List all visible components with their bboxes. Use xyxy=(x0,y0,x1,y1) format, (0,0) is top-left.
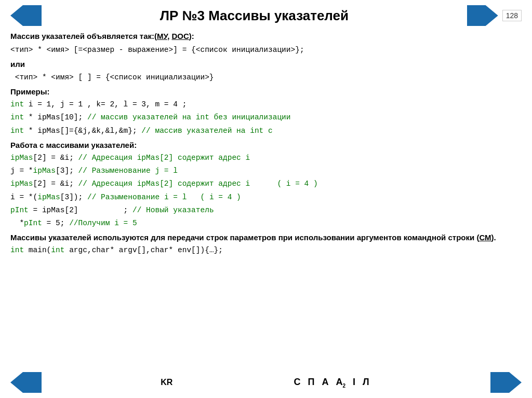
top-bar: ЛР №3 Массивы указателей 128 xyxy=(10,5,522,26)
bottom-bar: KR С П А А2 І Л xyxy=(0,372,532,393)
page-number: 128 xyxy=(502,10,522,21)
code-line-3: int * ipMas[]={&j,&k,&l,&m}; // массив у… xyxy=(10,125,522,137)
code-line-2: int * ipMas[10]; // массив указателей на… xyxy=(10,112,522,123)
intro-bold: Массив указателей объявляется так:(МУ, D… xyxy=(10,30,522,42)
work-line-6: *pInt = 5; //Получим i = 5 xyxy=(10,217,522,229)
footer-nav-a1[interactable]: А xyxy=(322,377,329,389)
footer-nav-i[interactable]: І xyxy=(353,377,355,389)
footer-nav-l[interactable]: Л xyxy=(363,377,369,389)
code-line-1: int i = 1, j = 1 , k= 2, l = 3, m = 4 ; xyxy=(10,99,522,111)
footer-kr: KR xyxy=(161,378,172,387)
or-line: или xyxy=(10,58,522,70)
footer-nav-a2[interactable]: А2 xyxy=(336,377,346,389)
page-title: ЛР №3 Массивы указателей xyxy=(42,8,467,24)
page-container: ЛР №3 Массивы указателей 128 Массив указ… xyxy=(0,0,532,398)
code-main: int main(int argc,char* argv[],char* env… xyxy=(10,244,522,256)
footer-nav-s[interactable]: С xyxy=(294,377,301,389)
work-line-1: ipMas[2] = &i; // Адресация ipMas[2] сод… xyxy=(10,152,522,164)
content-area: Массив указателей объявляется так:(МУ, D… xyxy=(10,30,522,257)
top-right: 128 xyxy=(467,5,522,26)
syntax2-line: <тип> * <имя> [ ] = {<список инициализац… xyxy=(10,72,522,84)
work-line-4: i = *(ipMas[3]); // Разыменование i = l … xyxy=(10,191,522,203)
desc-bold: Массивы указателей используются для пере… xyxy=(10,231,522,243)
footer-nav: С П А А2 І Л xyxy=(292,377,371,389)
syntax1-line: <тип> * <имя> [=<размер - выражение>] = … xyxy=(10,44,522,56)
work-line-3: ipMas[2] = &i; // Адресация ipMas[2] сод… xyxy=(10,178,522,190)
nav-left-top[interactable] xyxy=(10,5,42,26)
work-line-2: j = *ipMas[3]; // Разыменование j = l xyxy=(10,165,522,177)
nav-right-bottom[interactable] xyxy=(490,372,522,393)
work-line-5: pInt = ipMas[2] ; // Новый указатель xyxy=(10,204,522,216)
nav-right-top[interactable] xyxy=(467,5,498,26)
examples-label: Примеры: xyxy=(10,86,522,98)
work-label: Работа с массивами указателей: xyxy=(10,139,522,151)
nav-left-bottom[interactable] xyxy=(10,372,42,393)
footer-nav-p[interactable]: П xyxy=(308,377,315,389)
